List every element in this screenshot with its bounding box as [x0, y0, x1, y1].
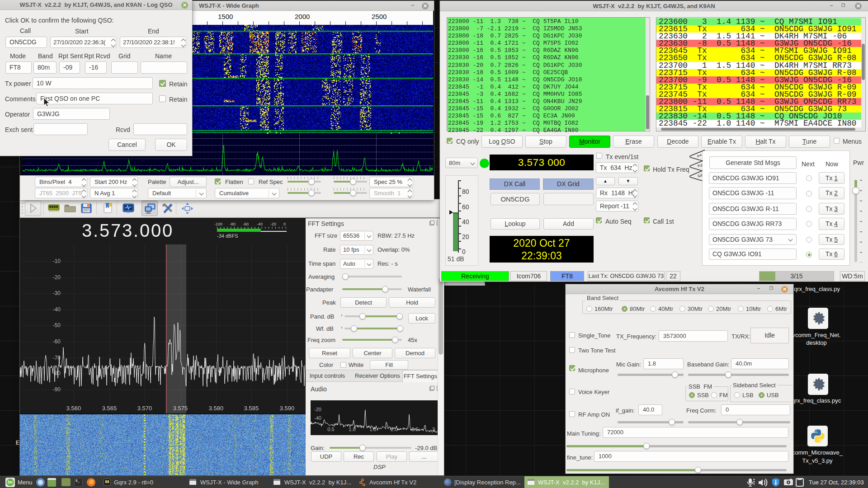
svg-text:1: 1 [696, 153, 703, 158]
svg-text:2: 2 [696, 163, 703, 168]
svg-text:3: 3 [696, 173, 703, 178]
